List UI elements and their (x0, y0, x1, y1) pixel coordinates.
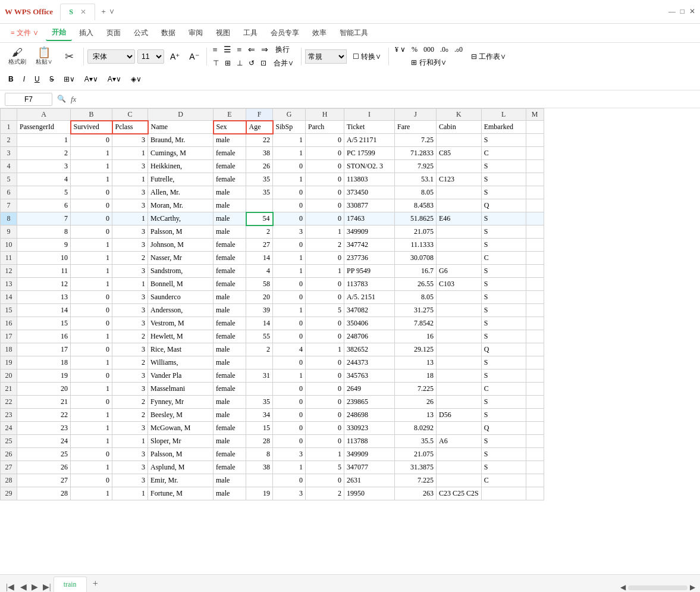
cell-D25[interactable]: Sloper, Mr (148, 435, 214, 448)
row-num-9[interactable]: 9 (1, 225, 17, 239)
cell-F22[interactable]: 35 (246, 396, 273, 409)
cell-I5[interactable]: 113803 (344, 173, 395, 186)
row-num-20[interactable]: 20 (1, 369, 17, 383)
cell-G29[interactable]: 3 (273, 487, 306, 500)
col-header-G[interactable]: G (273, 109, 306, 121)
cell-A4[interactable]: 3 (17, 160, 71, 173)
cell-I13[interactable]: 113783 (344, 278, 395, 291)
row-num-4[interactable]: 4 (1, 160, 17, 173)
cell-D29[interactable]: Fortune, M (148, 487, 214, 500)
cell-F23[interactable]: 34 (246, 409, 273, 422)
menu-review[interactable]: 审阅 (183, 26, 209, 40)
cell-D26[interactable]: Palsson, M (148, 448, 214, 461)
cell-L27[interactable]: S (481, 461, 526, 474)
cell-B16[interactable]: 0 (71, 317, 112, 330)
cell-M29[interactable] (526, 487, 544, 500)
menu-ai[interactable]: 智能工具 (334, 26, 374, 40)
cell-H22[interactable]: 0 (306, 396, 344, 409)
cell-M2[interactable] (526, 134, 544, 147)
cell-M5[interactable] (526, 173, 544, 186)
col-header-B[interactable]: B (71, 109, 112, 121)
cell-E15[interactable]: male (214, 304, 246, 317)
cell-C19[interactable]: 2 (112, 356, 148, 369)
menu-file[interactable]: ≡ 文件 ∨ (5, 26, 45, 40)
cell-L1[interactable]: Embarked (481, 121, 526, 134)
menu-efficiency[interactable]: 效率 (306, 26, 332, 40)
cell-I26[interactable]: 349909 (344, 448, 395, 461)
cell-B7[interactable]: 0 (71, 199, 112, 212)
cell-B21[interactable]: 1 (71, 383, 112, 396)
cell-G10[interactable]: 0 (273, 239, 306, 252)
cell-G18[interactable]: 4 (273, 343, 306, 356)
col-header-M[interactable]: M (526, 109, 544, 121)
cell-I1[interactable]: Ticket (344, 121, 395, 134)
cell-G19[interactable]: 0 (273, 356, 306, 369)
clear-button[interactable]: ◈∨ (127, 74, 145, 84)
cell-D21[interactable]: Masselmani (148, 383, 214, 396)
cell-L9[interactable]: S (481, 225, 526, 239)
cell-F7[interactable] (246, 199, 273, 212)
cell-M10[interactable] (526, 239, 544, 252)
cell-H27[interactable]: 5 (306, 461, 344, 474)
cell-A2[interactable]: 1 (17, 134, 71, 147)
font-color-button[interactable]: A▾∨ (104, 74, 125, 84)
cell-I25[interactable]: 113788 (344, 435, 395, 448)
cell-I9[interactable]: 349909 (344, 225, 395, 239)
cell-M1[interactable] (526, 121, 544, 134)
col-header-I[interactable]: I (344, 109, 395, 121)
cell-D13[interactable]: Bonnell, M (148, 278, 214, 291)
cell-K26[interactable] (437, 448, 482, 461)
cell-E21[interactable]: female (214, 383, 246, 396)
col-header-A[interactable]: A (17, 109, 71, 121)
cell-G27[interactable]: 1 (273, 461, 306, 474)
align-center-icon[interactable]: ☰ (221, 43, 234, 56)
cell-B17[interactable]: 1 (71, 330, 112, 343)
cell-C25[interactable]: 1 (112, 435, 148, 448)
cell-A9[interactable]: 8 (17, 225, 71, 239)
row-num-12[interactable]: 12 (1, 265, 17, 278)
cell-M16[interactable] (526, 317, 544, 330)
row-num-14[interactable]: 14 (1, 291, 17, 304)
cell-B18[interactable]: 0 (71, 343, 112, 356)
row-num-17[interactable]: 17 (1, 330, 17, 343)
scroll-right-button[interactable]: ▶ (690, 583, 695, 592)
cell-G12[interactable]: 1 (273, 265, 306, 278)
cell-L26[interactable]: S (481, 448, 526, 461)
row-num-15[interactable]: 15 (1, 304, 17, 317)
menu-tools[interactable]: 工具 (237, 26, 263, 40)
cell-K4[interactable] (437, 160, 482, 173)
cell-L22[interactable]: S (481, 396, 526, 409)
cell-J13[interactable]: 26.55 (395, 278, 437, 291)
cell-A24[interactable]: 23 (17, 422, 71, 435)
cell-E2[interactable]: male (214, 134, 246, 147)
cell-H2[interactable]: 0 (306, 134, 344, 147)
cell-H7[interactable]: 0 (306, 199, 344, 212)
cell-M22[interactable] (526, 396, 544, 409)
cell-D14[interactable]: Saunderco (148, 291, 214, 304)
cell-C4[interactable]: 3 (112, 160, 148, 173)
cell-F2[interactable]: 22 (246, 134, 273, 147)
menu-vip[interactable]: 会员专享 (265, 26, 305, 40)
cell-D8[interactable]: McCarthy, (148, 212, 214, 225)
cell-B14[interactable]: 0 (71, 291, 112, 304)
cell-F18[interactable]: 2 (246, 343, 273, 356)
cell-D16[interactable]: Vestrom, M (148, 317, 214, 330)
cell-A6[interactable]: 5 (17, 186, 71, 199)
valign-mid-icon[interactable]: ⊞ (222, 58, 233, 69)
cell-B29[interactable]: 1 (71, 487, 112, 500)
cell-B2[interactable]: 0 (71, 134, 112, 147)
cell-C24[interactable]: 3 (112, 422, 148, 435)
cell-G26[interactable]: 3 (273, 448, 306, 461)
cell-L16[interactable]: S (481, 317, 526, 330)
col-header-C[interactable]: C (112, 109, 148, 121)
cell-F1[interactable]: Age (246, 121, 273, 134)
cell-K9[interactable] (437, 225, 482, 239)
cell-I23[interactable]: 248698 (344, 409, 395, 422)
cell-H26[interactable]: 1 (306, 448, 344, 461)
cell-I11[interactable]: 237736 (344, 252, 395, 265)
cell-I18[interactable]: 382652 (344, 343, 395, 356)
cell-G5[interactable]: 1 (273, 173, 306, 186)
cell-A14[interactable]: 13 (17, 291, 71, 304)
cell-F27[interactable]: 38 (246, 461, 273, 474)
cell-K12[interactable]: G6 (437, 265, 482, 278)
